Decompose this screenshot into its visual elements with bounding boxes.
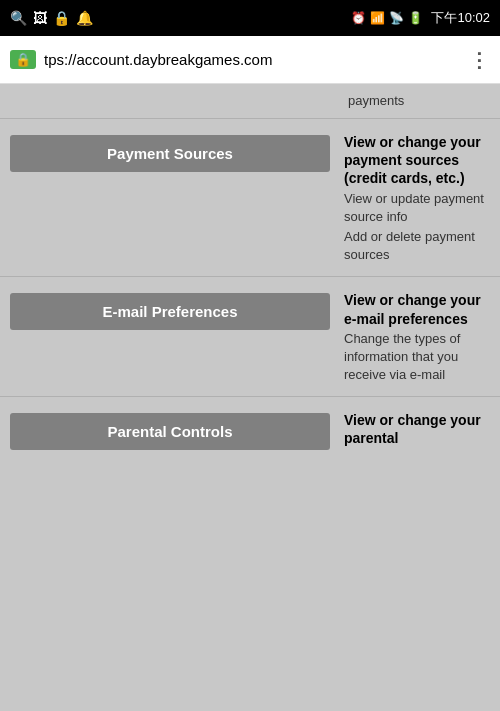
top-partial-desc: payments [340,92,500,108]
email-preferences-desc: View or change your e-mail preferences C… [340,289,500,384]
email-preferences-row: E-mail Preferences View or change your e… [0,277,500,397]
email-preferences-desc-sub1: Change the types of information that you… [344,330,492,385]
payment-sources-desc: View or change your payment sources (cre… [340,131,500,264]
parental-controls-button[interactable]: Parental Controls [10,413,330,450]
status-bar-left: 🔍 🖼 🔒 🔔 [10,10,93,26]
url-text[interactable]: tps://account.daybreakgames.com [44,51,461,68]
battery-icon: 🔋 [408,11,423,25]
wifi-icon: 📶 [370,11,385,25]
email-preferences-button[interactable]: E-mail Preferences [10,293,330,330]
payment-sources-desc-sub1: View or update payment source info [344,190,492,226]
parental-controls-desc-title: View or change your parental [344,411,492,447]
parental-controls-desc: View or change your parental [340,409,500,447]
alarm-icon: ⏰ [351,11,366,25]
top-partial-text: payments [348,93,404,108]
lock-badge-icon: 🔒 [15,52,31,67]
notification-icon: 🔔 [76,10,93,26]
payment-sources-btn-col: Payment Sources [0,131,340,172]
email-preferences-desc-title: View or change your e-mail preferences [344,291,492,327]
parental-controls-row: Parental Controls View or change your pa… [0,397,500,450]
status-bar-right: ⏰ 📶 📡 🔋 下午10:02 [351,9,490,27]
lock-icon: 🔒 [53,10,70,26]
signal-icon: 📡 [389,11,404,25]
time-display: 下午10:02 [431,9,490,27]
top-partial-btn-col [0,92,340,108]
search-icon: 🔍 [10,10,27,26]
browser-menu-button[interactable]: ⋮ [469,48,490,72]
payment-sources-button[interactable]: Payment Sources [10,135,330,172]
parental-controls-btn-col: Parental Controls [0,409,340,450]
top-partial-row: payments [0,84,500,119]
payment-sources-desc-sub2: Add or delete payment sources [344,228,492,264]
payment-sources-desc-title: View or change your payment sources (cre… [344,133,492,188]
secure-lock-badge: 🔒 [10,50,36,69]
email-preferences-btn-col: E-mail Preferences [0,289,340,330]
content-area: payments Payment Sources View or change … [0,84,500,450]
image-icon: 🖼 [33,10,47,26]
address-bar: 🔒 tps://account.daybreakgames.com ⋮ [0,36,500,84]
payment-sources-row: Payment Sources View or change your paym… [0,119,500,277]
status-bar: 🔍 🖼 🔒 🔔 ⏰ 📶 📡 🔋 下午10:02 [0,0,500,36]
